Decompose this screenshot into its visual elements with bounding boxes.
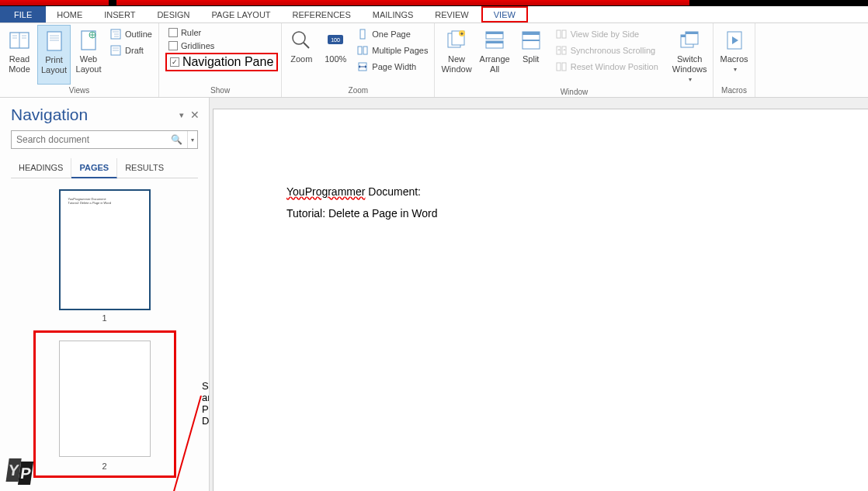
print-layout-button[interactable]: Print Layout <box>37 25 71 85</box>
tab-insert[interactable]: INSERT <box>93 6 146 22</box>
switch-windows-icon <box>677 28 702 53</box>
draft-icon <box>109 44 122 57</box>
svg-rect-25 <box>360 29 365 39</box>
new-window-icon: ✦ <box>444 28 469 53</box>
sync-scroll-icon <box>555 44 568 57</box>
gridlines-checkbox[interactable]: Gridlines <box>165 40 278 52</box>
page-width-icon <box>356 61 369 73</box>
nav-tab-headings[interactable]: HEADINGS <box>11 158 71 178</box>
tab-file[interactable]: FILE <box>0 6 46 22</box>
tab-view[interactable]: VIEW <box>481 6 528 22</box>
svg-rect-49 <box>557 63 561 71</box>
tab-page-layout[interactable]: PAGE LAYOUT <box>201 6 282 22</box>
web-layout-button[interactable]: Web Layout <box>72 25 105 85</box>
outline-icon <box>109 28 122 40</box>
svg-rect-26 <box>358 47 362 54</box>
navigation-pane: Navigation ▾ ✕ 🔍 ▾ HEADINGS PAGES RESULT… <box>0 98 210 491</box>
ribbon: Read Mode Print Layout Web Layout Outlin… <box>0 23 868 98</box>
arrange-all-icon <box>482 28 507 53</box>
tab-home[interactable]: HOME <box>46 6 93 22</box>
close-pane-button[interactable]: ✕ <box>190 109 200 121</box>
tab-mailings[interactable]: MAILINGS <box>362 6 425 22</box>
read-mode-label: Read Mode <box>9 54 30 74</box>
views-group-label: Views <box>3 85 155 97</box>
chevron-down-icon: ▾ <box>689 74 692 85</box>
page-width-button[interactable]: Page Width <box>353 59 431 74</box>
search-dropdown[interactable]: ▾ <box>187 131 197 148</box>
multiple-pages-button[interactable]: Multiple Pages <box>353 43 431 58</box>
tab-references[interactable]: REFERENCES <box>282 6 362 22</box>
multiple-pages-icon <box>356 44 369 57</box>
svg-rect-10 <box>82 31 95 50</box>
checkbox-icon <box>168 41 178 50</box>
search-icon[interactable]: 🔍 <box>166 134 187 145</box>
doc-line-1: YouProgrammer Document: <box>286 185 868 198</box>
split-button[interactable]: Split <box>515 25 547 86</box>
svg-rect-6 <box>47 32 61 50</box>
svg-rect-41 <box>523 32 540 35</box>
ribbon-tabs: FILE HOME INSERT DESIGN PAGE LAYOUT REFE… <box>0 6 868 23</box>
read-mode-icon <box>7 28 32 53</box>
svg-rect-39 <box>486 41 503 43</box>
tab-design[interactable]: DESIGN <box>146 6 200 22</box>
title-bar <box>0 0 868 6</box>
annotation-arrow <box>166 396 203 491</box>
zoom-100-icon: 100 <box>323 28 348 53</box>
checkbox-icon <box>168 28 178 37</box>
group-macros: Macros ▾ Macros <box>713 23 755 97</box>
document-page[interactable]: YouProgrammer Document: Tutorial: Delete… <box>213 109 868 491</box>
new-window-button[interactable]: ✦ New Window <box>438 25 474 86</box>
svg-rect-37 <box>486 32 503 34</box>
nav-tab-results[interactable]: RESULTS <box>117 158 172 178</box>
nav-tab-pages[interactable]: PAGES <box>71 158 117 178</box>
ruler-checkbox[interactable]: Ruler <box>165 26 278 39</box>
web-layout-icon <box>76 28 101 53</box>
page-thumbnails: YouProgrammer Document:Tutorial: Delete … <box>0 178 209 491</box>
page-thumbnail-1[interactable]: YouProgrammer Document:Tutorial: Delete … <box>59 189 151 323</box>
draft-button[interactable]: Draft <box>106 43 155 58</box>
svg-rect-50 <box>562 63 566 71</box>
zoom-100-button[interactable]: 100 100% <box>319 25 352 85</box>
zoom-button[interactable]: Zoom <box>285 25 318 85</box>
macros-group-label: Macros <box>717 85 751 97</box>
reset-position-icon <box>555 61 568 73</box>
annotation-text: Select and Press Delete <box>202 380 209 427</box>
group-views: Read Mode Print Layout Web Layout Outlin… <box>0 23 159 97</box>
zoom-group-label: Zoom <box>285 85 431 97</box>
pane-options-dropdown[interactable]: ▾ <box>179 110 184 120</box>
yp-logo: Y P <box>5 457 39 488</box>
document-area: YouProgrammer Document: Tutorial: Delete… <box>210 98 868 491</box>
group-zoom: Zoom 100 100% One Page Multiple Pages <box>282 23 435 97</box>
svg-rect-44 <box>562 30 566 38</box>
switch-windows-button[interactable]: Switch Windows▾ <box>669 25 710 86</box>
group-window: ✦ New Window Arrange All Split View S <box>435 23 713 97</box>
view-side-by-side-button: View Side by Side <box>552 26 661 42</box>
checkbox-checked-icon <box>170 57 179 67</box>
navigation-pane-checkbox[interactable]: Navigation Pane <box>165 53 278 71</box>
one-page-icon <box>356 28 369 40</box>
group-show: Ruler Gridlines Navigation Pane Show <box>159 23 282 97</box>
synchronous-scrolling-button: Synchronous Scrolling <box>552 43 661 58</box>
read-mode-button[interactable]: Read Mode <box>3 25 36 85</box>
macros-button[interactable]: Macros ▾ <box>717 25 751 85</box>
macros-icon <box>722 28 747 53</box>
svg-point-21 <box>293 32 305 44</box>
svg-rect-27 <box>363 47 367 54</box>
search-input[interactable] <box>12 134 166 145</box>
side-by-side-icon <box>555 28 568 40</box>
doc-line-2: Tutorial: Delete a Page in Word <box>286 207 868 220</box>
chevron-down-icon: ▾ <box>734 64 737 74</box>
outline-button[interactable]: Outline <box>106 26 155 42</box>
arrange-all-button[interactable]: Arrange All <box>477 25 513 86</box>
search-box[interactable]: 🔍 ▾ <box>11 130 198 149</box>
svg-rect-54 <box>686 32 698 34</box>
page-thumbnail-2-highlighted[interactable]: 2 <box>33 330 176 478</box>
one-page-button[interactable]: One Page <box>353 26 431 42</box>
show-group-label: Show <box>162 85 278 97</box>
print-layout-label: Print Layout <box>41 55 67 75</box>
zoom-icon <box>289 28 314 53</box>
split-icon <box>519 28 543 53</box>
tab-review[interactable]: REVIEW <box>424 6 479 22</box>
window-group-label: Window <box>438 86 710 99</box>
navigation-title: Navigation <box>11 105 88 124</box>
